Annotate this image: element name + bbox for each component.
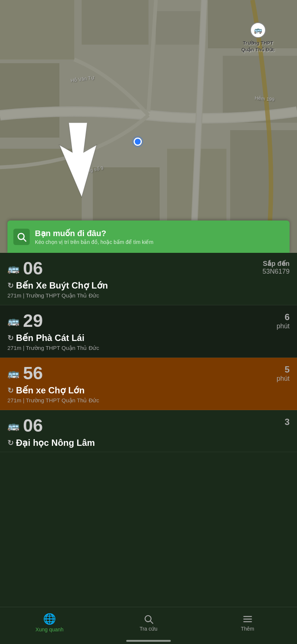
search-icon	[16, 232, 27, 242]
menu-nav-icon	[242, 614, 253, 624]
search-bar[interactable]: Bạn muốn đi đâu? Kéo chọn vị trí trên bả…	[7, 220, 290, 253]
direction-arrow: ↻	[7, 386, 14, 395]
route-number: 06	[23, 260, 43, 277]
route-destination: ↻ Bến Phà Cát Lái	[7, 333, 290, 343]
destination-text: Đại học Nông Lâm	[16, 438, 95, 448]
nav-label-xung-quanh: Xung quanh	[36, 627, 64, 632]
route-item[interactable]: 🚌 29 ↻ Bến Phà Cát Lái 271m | Trường THP…	[0, 305, 297, 358]
route-item[interactable]: 🚌 56 ↻ Bến xe Chợ Lớn 271m | Trường THPT…	[0, 358, 297, 410]
route-time: 3	[285, 417, 290, 427]
nav-item-tra-cuu[interactable]: Tra cứu	[99, 614, 198, 632]
search-bar-subtitle: Kéo chọn vị trí trên bản đồ, hoặc bấm để…	[35, 239, 284, 245]
direction-arrow: ↻	[7, 438, 14, 447]
time-value: 5	[277, 364, 290, 375]
nav-label-tra-cuu: Tra cứu	[140, 626, 157, 632]
route-destination: ↻ Bến Xe Buýt Chợ Lớn	[7, 280, 290, 291]
bus-icon: 🚌	[7, 263, 19, 274]
bus-icon: 🚌	[7, 420, 19, 432]
search-bar-title: Bạn muốn đi đâu?	[35, 229, 284, 238]
home-indicator	[126, 640, 171, 642]
route-info: 271m | Trường THPT Quận Thủ Đức	[7, 292, 290, 299]
routes-list: 🚌 06 ↻ Bến Xe Buýt Chợ Lớn 271m | Trường…	[0, 253, 297, 607]
svg-marker-12	[59, 123, 97, 197]
route-destination: ↻ Đại học Nông Lâm	[7, 438, 290, 448]
search-bar-text: Bạn muốn đi đâu? Kéo chọn vị trí trên bả…	[35, 229, 284, 245]
svg-line-14	[23, 239, 26, 241]
route-info: 271m | Trường THPT Quận Thủ Đức	[7, 345, 290, 351]
location-dot	[134, 138, 142, 146]
route-number: 56	[23, 364, 43, 382]
search-nav-icon	[143, 614, 154, 624]
route-number: 29	[23, 312, 43, 330]
nav-label-them: Thêm	[241, 626, 254, 632]
route-number: 06	[23, 417, 43, 435]
school-marker: 🚌 Trường THPT Quận Thủ Đức	[241, 22, 275, 53]
bus-icon: 🚌	[7, 368, 19, 379]
direction-arrow: ↻	[7, 334, 14, 342]
plate-number: 53N6179	[262, 268, 290, 276]
arriving-soon-label: Sắp đến	[262, 260, 290, 268]
destination-text: Bến Xe Buýt Chợ Lớn	[16, 280, 108, 291]
route-item[interactable]: 🚌 06 ↻ Đại học Nông Lâm 3	[0, 410, 297, 452]
search-icon-wrap	[13, 229, 30, 245]
time-unit: phút	[277, 322, 290, 330]
map-area[interactable]: Hồ Văn Tự Hẻm 199 Đường số 9 🚌 Trường TH…	[0, 0, 297, 253]
nav-item-them[interactable]: Thêm	[198, 614, 297, 632]
time-value: 3	[285, 417, 290, 427]
route-destination: ↻ Bến xe Chợ Lớn	[7, 385, 290, 396]
svg-line-16	[150, 621, 153, 623]
direction-arrow: ↻	[7, 281, 14, 290]
route-time: Sắp đến 53N6179	[262, 260, 290, 276]
globe-icon: 🌐	[43, 613, 56, 625]
time-unit: phút	[277, 375, 290, 383]
route-time: 6 phút	[277, 312, 290, 330]
bottom-nav: 🌐 Xung quanh Tra cứu Thêm	[0, 607, 297, 644]
school-icon: 🚌	[250, 22, 266, 38]
time-value: 6	[277, 312, 290, 322]
route-info: 271m | Trường THPT Quận Thủ Đức	[7, 397, 290, 404]
nav-item-xung-quanh[interactable]: 🌐 Xung quanh	[0, 613, 99, 632]
route-time: 5 phút	[277, 364, 290, 383]
destination-text: Bến xe Chợ Lớn	[16, 385, 85, 396]
school-name-line1: Trường THPT	[243, 40, 273, 46]
route-item[interactable]: 🚌 06 ↻ Bến Xe Buýt Chợ Lớn 271m | Trường…	[0, 253, 297, 305]
school-name-line2: Quận Thủ Đức	[241, 47, 275, 52]
bus-icon: 🚌	[7, 315, 19, 327]
destination-text: Bến Phà Cát Lái	[16, 333, 84, 343]
